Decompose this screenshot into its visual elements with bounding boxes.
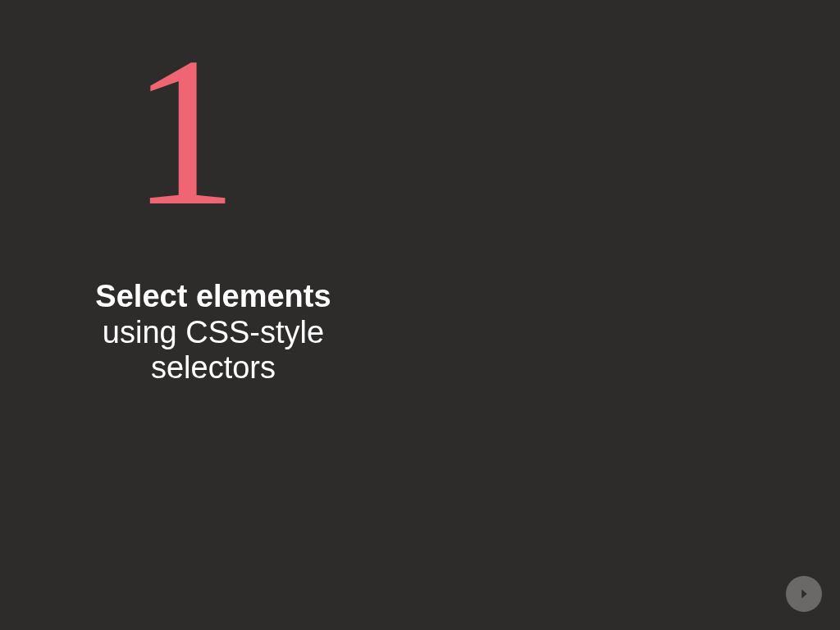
slide-title-line-2: using CSS-style bbox=[103, 315, 324, 349]
arrow-right-circle-icon bbox=[795, 585, 813, 603]
next-slide-button[interactable] bbox=[786, 576, 822, 612]
slide: 1 Select elements using CSS-style select… bbox=[0, 0, 840, 630]
slide-title: Select elements using CSS-style selector… bbox=[49, 279, 377, 386]
slide-number: 1 bbox=[131, 25, 238, 238]
slide-title-line-3: selectors bbox=[151, 350, 276, 385]
slide-title-line-1: Select elements bbox=[95, 279, 331, 313]
